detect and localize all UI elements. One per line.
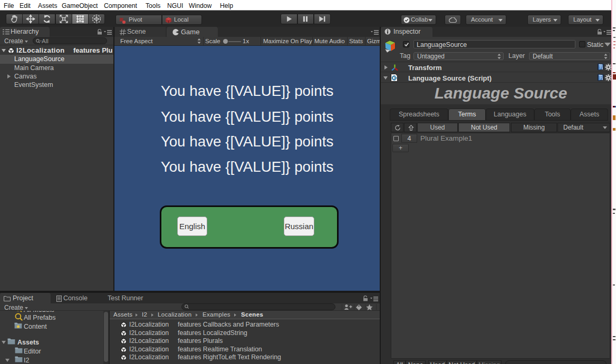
svg-text:?: ? — [599, 75, 602, 80]
svg-text:?: ? — [599, 65, 602, 70]
